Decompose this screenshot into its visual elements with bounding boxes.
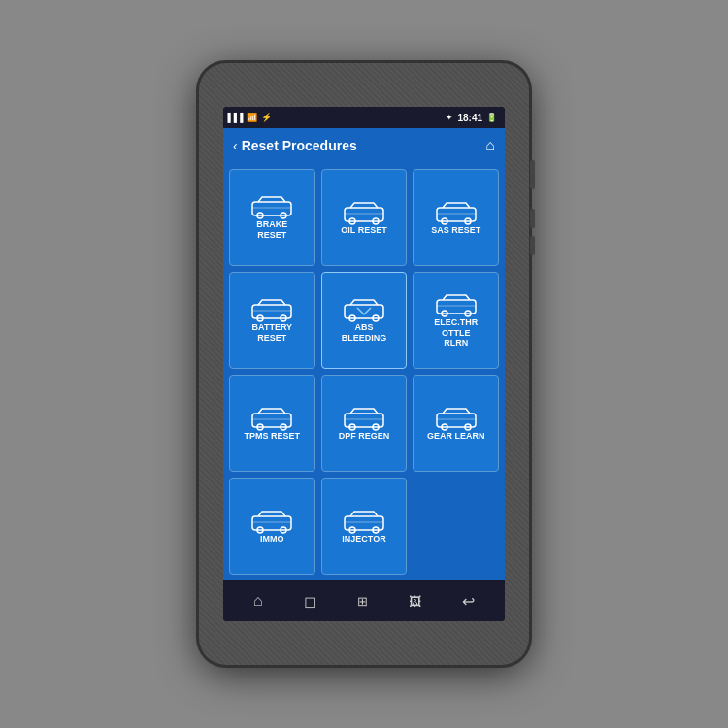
gear-learn-label: GEAR LEARN bbox=[427, 431, 485, 442]
battery-icon: 🔋 bbox=[486, 113, 497, 122]
nav-back-button[interactable]: ↩ bbox=[454, 588, 482, 614]
status-time: 18:41 bbox=[457, 113, 482, 123]
sas-reset-cell[interactable]: SAS RESET bbox=[413, 169, 499, 266]
injector-icon bbox=[343, 509, 385, 534]
immo-label: IMMO bbox=[260, 534, 284, 545]
nav-app-button[interactable]: ⊞ bbox=[349, 590, 376, 612]
abs-bleeding-icon bbox=[343, 297, 385, 322]
nav-square-button[interactable]: ◻ bbox=[296, 588, 324, 614]
status-right: ✦ 18:41 🔋 bbox=[446, 113, 497, 123]
page-title: Reset Procedures bbox=[242, 138, 486, 153]
battery-reset-cell[interactable]: BATTERYRESET bbox=[229, 272, 315, 369]
wifi-icon: 📶 bbox=[246, 112, 257, 123]
main-content: BRAKERESET OIL RESET bbox=[223, 163, 505, 580]
oil-reset-label: OIL RESET bbox=[341, 225, 386, 236]
grid-row-4: IMMO INJECTOR bbox=[229, 478, 499, 575]
nav-gallery-button[interactable]: 🖼 bbox=[401, 590, 429, 612]
volume-up-button[interactable] bbox=[530, 209, 535, 228]
elec-throttle-label: ELEC.THROTTLERLRN bbox=[434, 317, 478, 348]
injector-label: INJECTOR bbox=[342, 534, 385, 545]
grid-row-2: BATTERYRESET ABSBLEEDING bbox=[229, 272, 499, 369]
brake-reset-label: BRAKERESET bbox=[256, 219, 287, 241]
home-button[interactable]: ⌂ bbox=[485, 137, 495, 154]
oil-reset-cell[interactable]: OIL RESET bbox=[321, 169, 408, 266]
bottom-nav: ⌂ ◻ ⊞ 🖼 ↩ bbox=[223, 580, 505, 621]
abs-bleeding-label: ABSBLEEDING bbox=[342, 322, 387, 344]
immo-cell[interactable]: IMMO bbox=[229, 478, 315, 575]
bluetooth-status: ✦ bbox=[446, 113, 453, 122]
power-button[interactable] bbox=[530, 160, 535, 189]
dpf-regen-label: DPF REGEN bbox=[339, 431, 390, 442]
dpf-regen-icon bbox=[343, 406, 385, 431]
gear-learn-cell[interactable]: GEAR LEARN bbox=[413, 375, 499, 472]
header-bar: ‹ Reset Procedures ⌂ bbox=[223, 128, 505, 163]
brake-reset-cell[interactable]: BRAKERESET bbox=[229, 169, 315, 266]
status-left-icons: ▌▌▌ 📶 ⚡ bbox=[231, 112, 272, 123]
immo-icon bbox=[250, 509, 293, 534]
back-button[interactable]: ‹ bbox=[233, 138, 238, 153]
elec-throttle-cell[interactable]: ELEC.THROTTLERLRN bbox=[413, 272, 499, 369]
status-bar: ▌▌▌ 📶 ⚡ ✦ 18:41 🔋 bbox=[223, 107, 505, 128]
tpms-reset-label: TPMS RESET bbox=[245, 431, 301, 442]
grid-row-1: BRAKERESET OIL RESET bbox=[229, 169, 499, 266]
bluetooth-icon: ⚡ bbox=[260, 112, 272, 123]
tpms-reset-cell[interactable]: TPMS RESET bbox=[229, 375, 315, 472]
gear-learn-icon bbox=[435, 406, 478, 431]
tablet-screen: ▌▌▌ 📶 ⚡ ✦ 18:41 🔋 ‹ Reset Procedures ⌂ bbox=[223, 107, 505, 621]
grid-row-3: TPMS RESET DPF REGEN bbox=[229, 375, 499, 472]
signal-icon: ▌▌▌ bbox=[231, 112, 243, 123]
battery-reset-icon bbox=[250, 297, 293, 322]
abs-bleeding-cell[interactable]: ABSBLEEDING bbox=[321, 272, 408, 369]
dpf-regen-cell[interactable]: DPF REGEN bbox=[321, 375, 408, 472]
injector-cell[interactable]: INJECTOR bbox=[321, 478, 408, 575]
elec-throttle-icon bbox=[435, 292, 478, 317]
oil-reset-icon bbox=[343, 200, 385, 225]
nav-home-button[interactable]: ⌂ bbox=[246, 588, 271, 613]
tpms-reset-icon bbox=[250, 406, 293, 431]
brake-reset-icon bbox=[250, 194, 293, 219]
battery-reset-label: BATTERYRESET bbox=[252, 322, 293, 344]
sas-reset-label: SAS RESET bbox=[431, 225, 480, 236]
tablet-device: ▌▌▌ 📶 ⚡ ✦ 18:41 🔋 ‹ Reset Procedures ⌂ bbox=[199, 63, 529, 665]
volume-down-button[interactable] bbox=[530, 236, 535, 255]
sas-reset-icon bbox=[435, 200, 478, 225]
empty-cell bbox=[413, 478, 499, 575]
